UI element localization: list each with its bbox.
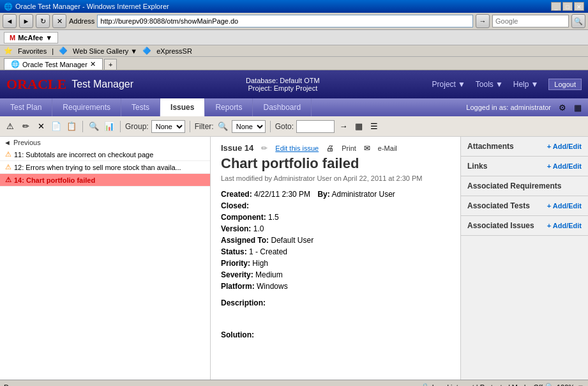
links-add-edit[interactable]: + Add/Edit xyxy=(547,162,582,170)
view-icon-1[interactable]: ▦ xyxy=(352,120,365,133)
tools-menu[interactable]: Tools ▼ xyxy=(476,79,503,90)
sep-4 xyxy=(270,121,271,132)
help-arrow: ▼ xyxy=(531,80,538,89)
tab-reports[interactable]: Reports xyxy=(205,98,253,116)
version-label: Version: xyxy=(221,224,251,233)
new-icon[interactable]: ⚠ xyxy=(4,120,17,133)
favorites-bar: ⭐ Favorites | 🔷 Web Slice Gallery ▼ 🔷 eX… xyxy=(0,45,588,57)
mcafee-button[interactable]: M McAfee ▼ xyxy=(4,32,58,43)
edit-issue-link[interactable]: Edit this issue xyxy=(275,144,319,152)
email-link[interactable]: e-Mail xyxy=(378,144,397,152)
app-name: Test Manager xyxy=(72,79,133,90)
tab-requirements[interactable]: Requirements xyxy=(52,98,121,116)
created-row: Created: 4/22/11 2:30 PM By: Administrat… xyxy=(221,190,450,199)
assoc-issues-label: Associated Issues xyxy=(467,221,534,230)
forward-button[interactable]: ► xyxy=(19,14,33,28)
project-menu[interactable]: Project ▼ xyxy=(432,79,465,90)
attachments-add-edit[interactable]: + Add/Edit xyxy=(547,143,582,150)
mcafee-bar: M McAfee ▼ xyxy=(0,30,588,45)
favorites-link[interactable]: Favorites xyxy=(18,47,47,55)
back-button[interactable]: ◄ xyxy=(3,14,17,28)
filter-select[interactable]: None xyxy=(232,120,266,133)
copy-icon[interactable]: 📄 xyxy=(50,120,63,133)
go-button[interactable]: → xyxy=(476,14,490,28)
logout-button[interactable]: Logout xyxy=(548,79,582,90)
status-value: 1 - Created xyxy=(249,247,287,256)
goto-icon[interactable]: → xyxy=(337,120,350,133)
minimize-button[interactable]: _ xyxy=(551,2,561,11)
right-panel: Attachments + Add/Edit Links + Add/Edit … xyxy=(460,137,588,380)
new-tab-button[interactable]: + xyxy=(104,59,117,70)
stop-button[interactable]: ✕ xyxy=(52,14,66,28)
print-link[interactable]: Print xyxy=(342,144,356,152)
title-text: Oracle Test Manager - Windows Internet E… xyxy=(15,3,169,10)
issue-item-14[interactable]: ⚠ 14: Chart portfolio failed xyxy=(0,174,210,187)
version-row: Version: 1.0 xyxy=(221,224,450,233)
nav-icon-1[interactable]: ⚙ xyxy=(556,101,569,114)
browser-tab-0[interactable]: 🌐 Oracle Test Manager ✕ xyxy=(4,58,103,70)
platform-label: Platform: xyxy=(221,282,255,291)
issue-header-row: Issue 14 ✏ Edit this issue 🖨 Print ✉ e-M… xyxy=(221,143,450,153)
project-arrow: ▼ xyxy=(458,80,465,89)
search-button[interactable]: 🔍 xyxy=(571,14,585,28)
close-button[interactable]: ✕ xyxy=(574,2,584,11)
previous-header[interactable]: ◄ Previous xyxy=(0,137,210,148)
issue-number: Issue 14 xyxy=(221,143,253,153)
assoc-req-section: Associated Requirements xyxy=(461,176,588,196)
tab-tests[interactable]: Tests xyxy=(121,98,160,116)
mcafee-label: McAfee xyxy=(18,34,43,42)
tab-requirements-label: Requirements xyxy=(63,103,110,112)
assoc-req-label: Associated Requirements xyxy=(467,181,561,190)
mcafee-arrow: ▼ xyxy=(45,34,52,42)
report-icon[interactable]: 📊 xyxy=(103,120,116,133)
status-text: Done xyxy=(4,383,416,387)
tab-close-icon[interactable]: ✕ xyxy=(90,60,96,68)
group-select[interactable]: None xyxy=(151,120,185,133)
expresssr-link[interactable]: eXpressSR xyxy=(156,47,192,55)
tab-test-plan[interactable]: Test Plan xyxy=(0,98,52,116)
web-slice-arrow: ▼ xyxy=(130,47,137,55)
maximize-button[interactable]: □ xyxy=(562,2,573,11)
browser-tab-bar: 🌐 Oracle Test Manager ✕ + xyxy=(0,57,588,70)
tab-dashboard[interactable]: Dashboard xyxy=(253,98,312,116)
window-controls[interactable]: _ □ ✕ xyxy=(551,2,584,11)
assoc-tests-header: Associated Tests + Add/Edit xyxy=(467,201,582,210)
links-header: Links + Add/Edit xyxy=(467,162,582,171)
view-icon-2[interactable]: ☰ xyxy=(368,120,381,133)
solution-label: Solution: xyxy=(221,330,450,339)
help-menu[interactable]: Help ▼ xyxy=(513,79,539,90)
tab-issues[interactable]: Issues xyxy=(160,98,205,116)
goto-input[interactable] xyxy=(296,120,335,133)
priority-row: Priority: High xyxy=(221,259,450,268)
search-icon[interactable]: 🔍 xyxy=(87,120,100,133)
attachments-header: Attachments + Add/Edit xyxy=(467,142,582,151)
assoc-issues-add-edit[interactable]: + Add/Edit xyxy=(547,222,582,229)
created-label: Created: xyxy=(221,190,252,199)
severity-label: Severity: xyxy=(221,270,253,279)
zoom-text: 100% xyxy=(557,383,575,387)
search-input[interactable] xyxy=(492,15,569,27)
content-area: ◄ Previous ⚠ 11: Subtotals are incorrect… xyxy=(0,137,588,380)
group-label: Group: xyxy=(125,122,149,131)
tab-label-0: Oracle Test Manager xyxy=(22,61,87,68)
by-label: By: xyxy=(317,190,329,199)
delete-icon[interactable]: ✕ xyxy=(34,120,47,133)
edit-icon[interactable]: ✏ xyxy=(19,120,32,133)
web-slice-link[interactable]: Web Slice Gallery ▼ xyxy=(73,47,137,55)
component-value: 1.5 xyxy=(268,213,279,222)
filter-label: Filter: xyxy=(195,122,214,131)
status-right: 🔒 Local intranet | Protected Mode: Off 🔍… xyxy=(421,383,584,386)
tools-arrow: ▼ xyxy=(495,80,503,89)
nav-icon-2[interactable]: ▦ xyxy=(571,101,584,114)
assoc-tests-add-edit[interactable]: + Add/Edit xyxy=(547,202,582,210)
issue-item-11[interactable]: ⚠ 11: Subtotals are incorrect on checkou… xyxy=(0,148,210,161)
address-input[interactable] xyxy=(97,15,473,27)
assoc-issues-header: Associated Issues + Add/Edit xyxy=(467,221,582,230)
filter-icon[interactable]: 🔍 xyxy=(216,120,229,133)
email-icon: ✉ xyxy=(364,144,370,153)
issue-item-12[interactable]: ⚠ 12: Errors when trying to sell more st… xyxy=(0,161,210,174)
zone-text: Local intranet | Protected Mode: Off xyxy=(432,383,543,387)
issue-12-icon: ⚠ xyxy=(5,163,11,171)
refresh-button[interactable]: ↻ xyxy=(36,14,50,28)
paste-icon[interactable]: 📋 xyxy=(65,120,78,133)
